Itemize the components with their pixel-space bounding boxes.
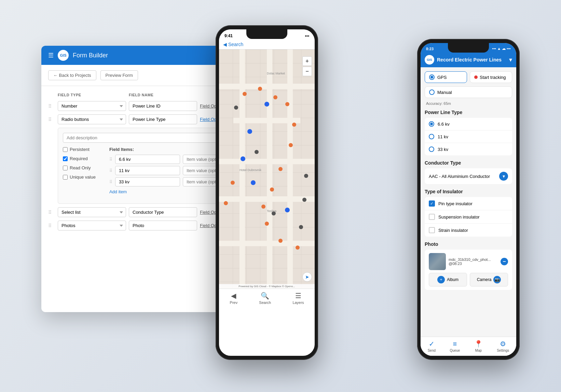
map-tab-search[interactable]: 🔍 Search — [259, 292, 271, 305]
send-tab[interactable]: ✓ Send — [428, 340, 436, 352]
field-name-input-1[interactable] — [129, 101, 197, 111]
queue-tab[interactable]: ≡ Queue — [450, 340, 460, 352]
map-search-bar[interactable]: ◀ Search — [219, 40, 315, 50]
drag-handle[interactable]: ⠿ — [48, 210, 55, 215]
persistent-checkbox-row[interactable]: Persistent — [63, 147, 96, 152]
camera-icon: 📷 — [493, 276, 501, 283]
send-icon: ✓ — [429, 340, 435, 348]
gis-logo: GIS — [58, 50, 69, 61]
persistent-checkbox[interactable] — [63, 147, 68, 152]
power-line-dot — [296, 246, 300, 250]
list-item[interactable]: 33 kv — [425, 143, 512, 155]
photo-thumbnail — [429, 253, 446, 270]
field-type-select-4[interactable]: Photos — [58, 221, 126, 230]
drag-handle[interactable]: ⠿ — [48, 103, 55, 109]
settings-tab[interactable]: ⚙ Settings — [497, 340, 509, 352]
list-item[interactable]: 6.6 kv — [425, 118, 512, 130]
field-type-select-3[interactable]: Select list — [58, 207, 126, 217]
power-line-dot-gray — [304, 174, 308, 178]
navigate-button[interactable]: ➤ — [302, 272, 312, 282]
power-line-dot — [278, 167, 283, 171]
item-drag-2[interactable]: ⠿ — [109, 168, 112, 173]
map-controls: + − — [302, 56, 312, 76]
photo-thumb-inner — [429, 253, 446, 270]
map-tab-label: Map — [475, 349, 482, 352]
preview-form-button[interactable]: Preview Form — [100, 70, 138, 80]
field-type-select-2[interactable]: Radio buttons — [58, 114, 126, 124]
option-66kv-label: 6.6 kv — [438, 122, 450, 127]
map-tab[interactable]: 📍 Map — [474, 340, 483, 352]
gps-radio-dot — [429, 74, 435, 80]
field-type-header: FIELD TYPE — [58, 93, 126, 97]
pin-insulator-label: Pin type insulator — [438, 201, 473, 206]
photo-item: mdc_31b310_cdv_phot... @08:23 − — [429, 253, 508, 270]
layers-icon: ☰ — [295, 292, 301, 300]
start-tracking-button[interactable]: Start tracking — [470, 71, 512, 83]
field-name-input-3[interactable] — [129, 207, 197, 217]
map-signal-icons: ▪▪▪ — [305, 33, 309, 38]
gis-logo-record: GIS — [425, 55, 434, 65]
record-form-body: GPS Start tracking Manual Accuracy — [421, 67, 516, 337]
field-name-header: FIELD NAME — [129, 93, 197, 97]
list-item[interactable]: Suspension insulator — [425, 210, 512, 224]
power-line-dot-blue — [247, 129, 252, 134]
field-name-input-4[interactable] — [129, 221, 197, 230]
zoom-out-button[interactable]: − — [302, 67, 312, 76]
list-item[interactable]: 11 kv — [425, 130, 512, 143]
photo-actions: + Album Camera 📷 — [429, 273, 508, 286]
item-name-input-1[interactable] — [115, 155, 180, 164]
item-drag-3[interactable]: ⠿ — [109, 180, 112, 184]
search-label: Search — [259, 300, 271, 305]
power-line-dot — [285, 102, 289, 106]
menu-icon[interactable]: ☰ — [48, 52, 54, 59]
item-name-input-3[interactable] — [115, 177, 180, 186]
unique-label: Unique value — [70, 174, 96, 180]
unique-checkbox[interactable] — [63, 175, 68, 180]
remove-photo-button[interactable]: − — [501, 258, 508, 265]
required-checkbox[interactable] — [63, 156, 68, 161]
drag-handle[interactable]: ⠿ — [48, 117, 55, 122]
unique-checkbox-row[interactable]: Unique value — [63, 174, 96, 180]
camera-button[interactable]: Camera 📷 — [470, 273, 508, 286]
power-line-dot-gray — [299, 225, 303, 229]
search-icon: 🔍 — [261, 292, 269, 300]
power-line-dot — [265, 222, 269, 226]
item-drag-1[interactable]: ⠿ — [109, 157, 112, 162]
field-type-select-1[interactable]: Number — [58, 101, 126, 111]
prev-label: Prev — [230, 300, 238, 305]
gps-button[interactable]: GPS — [425, 71, 467, 83]
manual-radio-dot — [429, 89, 435, 95]
map-tab-layers[interactable]: ☰ Layers — [292, 292, 304, 305]
album-button[interactable]: + Album — [429, 273, 467, 286]
readonly-checkbox-row[interactable]: Read Only — [63, 165, 96, 170]
zoom-in-button[interactable]: + — [302, 56, 312, 66]
back-to-projects-button[interactable]: ← Back to Projects — [48, 70, 96, 80]
gps-label: GPS — [437, 75, 447, 80]
map-label-hotel: Hotel Dubrovnik — [240, 168, 261, 172]
gps-manual-row: GPS Start tracking — [425, 71, 512, 83]
required-checkbox-row[interactable]: Required — [63, 156, 96, 161]
field-name-input-2[interactable] — [129, 114, 197, 124]
add-item-link[interactable]: Add item — [109, 189, 127, 194]
record-header: GIS Record Electric Power Lines ▾ — [421, 52, 516, 67]
prev-icon: ◀ — [231, 292, 236, 300]
record-form-title: Record Electric Power Lines — [437, 57, 506, 62]
list-item[interactable]: ✓ Pin type insulator — [425, 197, 512, 210]
map-phone-screen: 9:41 ▪▪▪ ◀ Search — [219, 29, 315, 356]
required-label: Required — [70, 156, 88, 161]
power-line-dot — [231, 181, 235, 185]
manual-button[interactable]: Manual — [425, 86, 512, 98]
map-back-label[interactable]: ◀ Search — [223, 42, 243, 47]
list-item[interactable]: Strain insulator — [425, 224, 512, 237]
readonly-checkbox[interactable] — [63, 166, 68, 170]
map-tab-prev[interactable]: ◀ Prev — [230, 292, 238, 305]
header-chevron-icon[interactable]: ▾ — [509, 56, 512, 64]
map-area[interactable]: Dolac Market Hotel Dubrovnik Teslina + −… — [219, 50, 315, 289]
send-label: Send — [428, 349, 436, 352]
photo-info: mdc_31b310_cdv_phot... @08:23 — [449, 257, 498, 266]
persistent-label: Persistent — [70, 147, 90, 152]
drag-handle[interactable]: ⠿ — [48, 223, 55, 228]
album-label: Album — [447, 277, 459, 282]
conductor-type-dropdown[interactable]: AAC - All Aluminium Conductor ▾ — [425, 168, 512, 184]
item-name-input-2[interactable] — [115, 166, 180, 175]
